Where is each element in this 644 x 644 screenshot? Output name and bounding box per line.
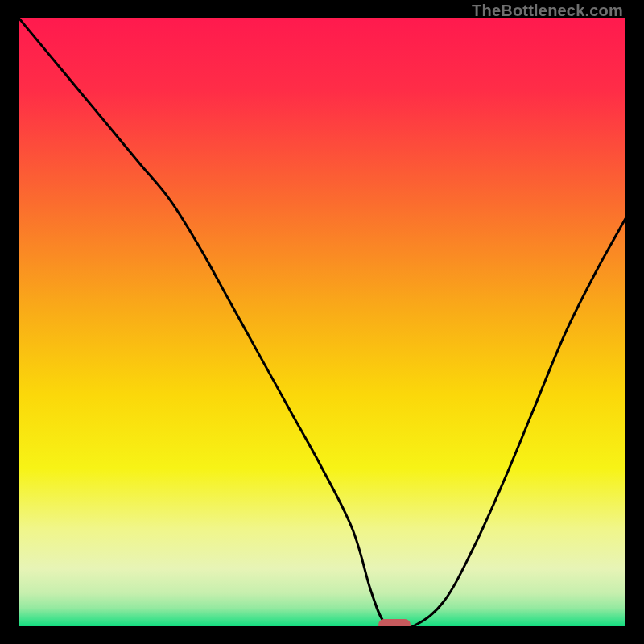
chart-frame: TheBottleneck.com	[0, 0, 644, 644]
bottleneck-curve	[19, 18, 625, 626]
optimal-marker	[378, 619, 411, 626]
plot-area	[19, 18, 625, 626]
watermark-text: TheBottleneck.com	[472, 2, 623, 20]
